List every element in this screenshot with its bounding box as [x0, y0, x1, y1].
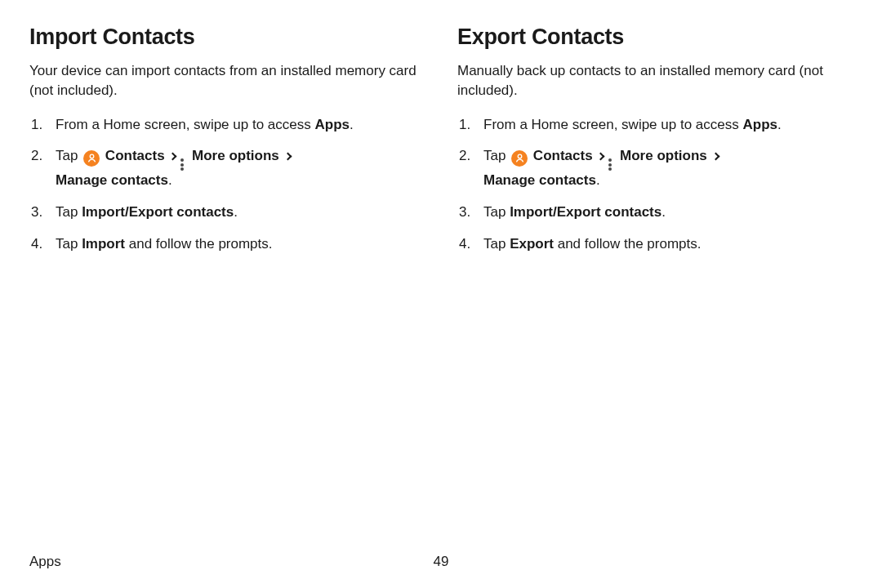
import-heading: Import Contacts	[29, 24, 425, 50]
apps-label: Apps	[742, 117, 777, 132]
step-text: .	[234, 204, 238, 220]
export-label: Export	[510, 236, 554, 252]
import-step-4: Tap Import and follow the prompts.	[29, 234, 425, 255]
step-text: Tap	[483, 204, 510, 220]
footer-section: Apps	[29, 554, 61, 569]
step-text: .	[350, 117, 354, 132]
page-footer: Apps 49	[29, 554, 853, 570]
step-text: Tap	[56, 204, 82, 220]
step-text: Tap	[483, 236, 510, 252]
export-column: Export Contacts Manually back up contact…	[457, 24, 853, 265]
svg-point-1	[518, 154, 522, 158]
step-text: From a Home screen, swipe up to access	[483, 117, 742, 132]
chevron-right-icon	[597, 153, 605, 161]
export-heading: Export Contacts	[457, 24, 853, 50]
chevron-right-icon	[283, 153, 292, 161]
chevron-right-icon	[711, 153, 719, 161]
import-export-label: Import/Export contacts	[82, 204, 234, 220]
import-step-3: Tap Import/Export contacts.	[29, 203, 425, 223]
export-step-3: Tap Import/Export contacts.	[457, 203, 853, 223]
step-text: and follow the prompts.	[554, 236, 701, 252]
step-text: .	[596, 172, 600, 188]
import-intro: Your device can import contacts from an …	[29, 61, 425, 100]
page-number: 49	[434, 554, 449, 570]
contacts-icon	[511, 150, 528, 167]
export-steps: From a Home screen, swipe up to access A…	[457, 115, 853, 255]
contacts-icon	[83, 150, 100, 167]
export-step-1: From a Home screen, swipe up to access A…	[457, 115, 853, 136]
contacts-label: Contacts	[101, 148, 164, 163]
step-text: .	[168, 172, 172, 188]
content-columns: Import Contacts Your device can import c…	[29, 24, 853, 265]
more-options-label: More options	[616, 148, 706, 163]
import-steps: From a Home screen, swipe up to access A…	[29, 115, 425, 255]
import-label: Import	[82, 236, 125, 252]
contacts-label: Contacts	[529, 148, 592, 163]
more-options-label: More options	[188, 148, 278, 163]
apps-label: Apps	[314, 117, 350, 132]
more-options-icon	[608, 158, 613, 171]
import-step-2: Tap Contacts More options Manage contact…	[29, 146, 425, 191]
export-step-2: Tap Contacts More options Manage contact…	[457, 146, 853, 191]
step-text: Tap	[483, 148, 510, 163]
step-text: and follow the prompts.	[125, 236, 272, 252]
step-text: From a Home screen, swipe up to access	[56, 117, 314, 132]
manage-contacts-label: Manage contacts	[483, 172, 596, 188]
step-text: Tap	[56, 236, 82, 252]
chevron-right-icon	[169, 153, 177, 161]
more-options-icon	[180, 158, 185, 171]
import-column: Import Contacts Your device can import c…	[29, 24, 425, 265]
step-text: Tap	[56, 148, 82, 163]
import-step-1: From a Home screen, swipe up to access A…	[29, 115, 425, 136]
step-text: .	[777, 117, 782, 132]
svg-point-0	[90, 154, 94, 158]
export-step-4: Tap Export and follow the prompts.	[457, 234, 853, 255]
step-text: .	[662, 204, 666, 220]
export-intro: Manually back up contacts to an installe…	[457, 61, 853, 100]
manage-contacts-label: Manage contacts	[56, 172, 168, 188]
import-export-label: Import/Export contacts	[510, 204, 662, 220]
